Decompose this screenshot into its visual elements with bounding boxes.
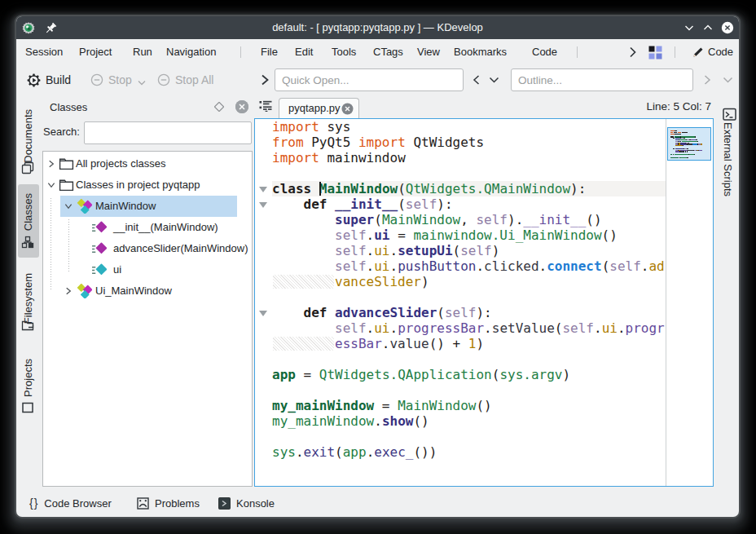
outline-next-icon[interactable] xyxy=(488,74,500,86)
code-browser-toggle[interactable]: {} Code Browser xyxy=(29,489,112,517)
code-line[interactable]: import sys xyxy=(272,119,666,135)
fold-marker-icon[interactable] xyxy=(259,187,267,192)
tab-close-icon[interactable] xyxy=(341,103,354,115)
tab-pyqtapp[interactable]: pyqtapp.py xyxy=(279,98,359,118)
menu-file[interactable]: File xyxy=(261,39,278,65)
sidebar-tab-label: Projects xyxy=(22,359,34,397)
code-line[interactable]: vanceSlider) xyxy=(272,274,666,289)
tab-external-scripts[interactable]: External Scripts xyxy=(722,122,734,196)
tree-item-all-projects-classes[interactable]: All projects classes xyxy=(43,153,252,174)
menu-run[interactable]: Run xyxy=(133,39,152,65)
code-text-area[interactable]: import sysfrom PyQt5 import QtWidgetsimp… xyxy=(272,119,666,486)
fold-marker-icon[interactable] xyxy=(259,311,267,316)
tree-item--init-mainwindow-[interactable]: __init__(MainWindow) xyxy=(43,217,252,238)
code-line[interactable]: self.ui.progressBar.setValue(self.ui.pro… xyxy=(272,320,666,336)
sidebar-tab-classes[interactable]: Classes xyxy=(16,184,39,258)
fold-margin[interactable] xyxy=(255,119,272,486)
minimap[interactable] xyxy=(666,119,713,486)
code-line[interactable] xyxy=(272,429,666,444)
projects-icon xyxy=(21,401,34,414)
menu-code[interactable]: Code xyxy=(532,39,557,65)
code-line[interactable] xyxy=(272,289,666,305)
tree-item-ui[interactable]: ui xyxy=(43,259,252,280)
minimap-viewport[interactable] xyxy=(667,127,711,161)
code-line[interactable] xyxy=(272,165,666,181)
tree-item-ui-mainwindow[interactable]: Ui_MainWindow xyxy=(43,280,252,302)
menubar-overflow-icon[interactable] xyxy=(628,45,637,60)
stop-all-button[interactable]: Stop All xyxy=(157,65,213,95)
code-line[interactable]: self.ui.setupUi(self) xyxy=(272,243,666,258)
menu-view[interactable]: View xyxy=(417,39,440,65)
float-dock-icon[interactable] xyxy=(214,102,224,112)
menu-bookmarks[interactable]: Bookmarks xyxy=(454,39,507,65)
problems-toggle[interactable]: Problems xyxy=(137,489,200,517)
classes-panel-close-icon[interactable] xyxy=(235,99,249,114)
code-line[interactable]: my_mainWindow.show() xyxy=(272,413,666,429)
chevron-down-icon[interactable] xyxy=(47,181,55,189)
menu-navigation[interactable]: Navigation xyxy=(166,39,216,65)
stop-label: Stop xyxy=(108,73,132,86)
code-line[interactable]: essBar.value() + 1) xyxy=(272,336,666,351)
statusbar: {} Code Browser Problems Konsole xyxy=(16,489,739,517)
outline-input[interactable] xyxy=(511,68,693,91)
outline-prev-icon[interactable] xyxy=(471,74,482,86)
code-line[interactable]: def __init__(self): xyxy=(272,196,666,212)
code-line[interactable]: self.ui = mainwindow.Ui_MainWindow() xyxy=(272,227,666,243)
minimize-button[interactable] xyxy=(683,21,696,34)
fold-marker-icon[interactable] xyxy=(259,202,267,208)
menu-session[interactable]: Session xyxy=(25,39,63,65)
quick-open-input[interactable] xyxy=(275,68,464,91)
chevron-right-icon[interactable] xyxy=(47,160,55,168)
build-button[interactable]: Build xyxy=(27,65,71,95)
braces-icon: {} xyxy=(29,496,38,510)
main-area: DocumentsClassesFilesystemProjects Class… xyxy=(16,95,739,489)
menu-project[interactable]: Project xyxy=(79,39,112,65)
chevron-down-icon[interactable] xyxy=(64,202,73,210)
folder-icon xyxy=(59,157,74,171)
tree-item-mainwindow[interactable]: MainWindow xyxy=(43,196,252,217)
code-line[interactable]: def advanceSlider(self): xyxy=(272,305,666,320)
code-line[interactable] xyxy=(272,382,666,398)
menu-edit[interactable]: Edit xyxy=(295,39,313,65)
code-line[interactable] xyxy=(272,351,666,367)
line-col-status: Line: 5 Col: 7 xyxy=(646,95,711,118)
code-line-current[interactable]: class MainWindow(QtWidgets.QMainWindow): xyxy=(272,181,666,196)
classes-search-input[interactable] xyxy=(84,121,252,144)
document-list-icon[interactable] xyxy=(259,100,272,112)
search-label: Search: xyxy=(43,120,80,146)
stop-dropdown-icon xyxy=(137,80,147,86)
code-line[interactable]: from PyQt5 import QtWidgets xyxy=(272,135,666,150)
stop-all-label: Stop All xyxy=(175,73,213,86)
code-editor[interactable]: import sysfrom PyQt5 import QtWidgetsimp… xyxy=(254,118,714,487)
code-line[interactable]: my_mainWindow = MainWindow() xyxy=(272,398,666,413)
code-line[interactable]: self.ui.pushButton.clicked.connect(self.… xyxy=(272,258,666,274)
sidebar-tab-projects[interactable]: Projects xyxy=(16,355,39,419)
code-line[interactable]: super(MainWindow, self).__init__() xyxy=(272,212,666,227)
stop-button[interactable]: Stop xyxy=(90,65,147,95)
sidebar-tab-documents[interactable]: Documents xyxy=(16,104,39,179)
toolbar-expand-icon[interactable] xyxy=(260,74,270,86)
area-switcher-icon[interactable] xyxy=(648,46,662,60)
chevron-right-icon[interactable] xyxy=(64,287,73,295)
menu-tools[interactable]: Tools xyxy=(332,39,356,65)
konsole-toggle[interactable]: Konsole xyxy=(218,489,275,517)
nav-forward-icon[interactable] xyxy=(701,74,713,86)
documents-icon xyxy=(21,161,34,174)
code-line[interactable]: app = QtWidgets.QApplication(sys.argv) xyxy=(272,367,666,382)
tree-item-classes-in-project-pyqtapp[interactable]: Classes in project pyqtapp xyxy=(43,174,252,196)
wrap-indent-marker xyxy=(273,337,334,351)
menu-ctags[interactable]: CTags xyxy=(373,39,403,65)
code-area-button[interactable]: Code xyxy=(692,39,733,65)
nav-dropdown-icon[interactable] xyxy=(722,74,734,86)
sidebar-tab-label: Documents xyxy=(22,109,34,163)
sidebar-tab-filesystem[interactable]: Filesystem xyxy=(16,269,39,336)
code-line[interactable]: import mainwindow xyxy=(272,150,666,165)
titlebar[interactable]: default: - [ pyqtapp:pyqtapp.py ] — KDev… xyxy=(16,16,739,39)
close-button[interactable] xyxy=(721,21,734,34)
left-dock-strip: DocumentsClassesFilesystemProjects xyxy=(16,95,39,489)
editor-tabbar: pyqtapp.py Line: 5 Col: 7 xyxy=(254,95,714,118)
maximize-button[interactable] xyxy=(701,21,714,34)
class-icon xyxy=(77,284,92,298)
code-line[interactable]: sys.exit(app.exec_()) xyxy=(272,444,666,460)
tree-item-advanceslider-mainwindow-[interactable]: advanceSlider(MainWindow) xyxy=(43,238,252,259)
